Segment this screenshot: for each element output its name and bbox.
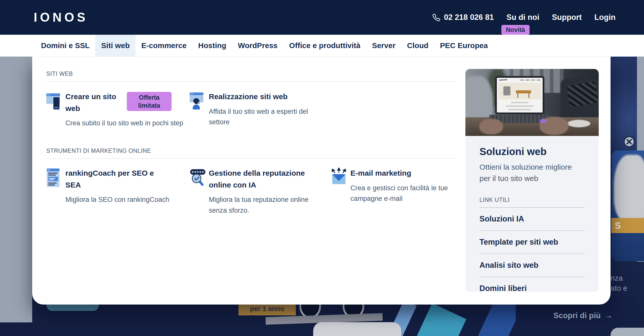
header-link-login[interactable]: Login <box>594 13 616 22</box>
menu-item-title: Gestione della reputazione online con IA <box>209 167 312 191</box>
menu-item-title: Realizzazione siti web <box>209 91 327 103</box>
menu-item-email-marketing[interactable]: E-mail marketing Crea e gestisci con fac… <box>331 167 467 216</box>
menu-item-title: Creare un sito web <box>65 91 123 114</box>
main-navigation: Domini e SSL Siti web E-commerce Hosting… <box>0 35 644 57</box>
web-design-service-icon <box>190 91 209 129</box>
email-marketing-icon <box>331 167 350 216</box>
photo-chair <box>503 86 510 95</box>
background-left-page-edge <box>0 57 32 322</box>
menu-item-title: E-mail marketing <box>350 167 466 179</box>
phone-number: 02 218 026 81 <box>444 13 494 22</box>
promo-subtitle: Ottieni la soluzione migliore per il tuo… <box>479 161 585 184</box>
background-section-corner <box>611 328 644 336</box>
siti-web-mega-menu: SITI WEB Creare un sito web Offerta limi… <box>32 57 611 305</box>
photo-site-hero <box>498 83 541 99</box>
background-clipped-line2: ato e <box>611 283 627 293</box>
menu-row-siti-web: Creare un sito web Offerta limitata Crea… <box>46 91 331 129</box>
photo-left-hand <box>479 119 503 134</box>
promo-title: Soluzioni web <box>479 146 585 157</box>
arrow-right-icon: → <box>605 311 613 320</box>
menu-item-title: rankingCoach per SEO e SEA <box>65 167 156 191</box>
background-gold-button-fragment: S <box>611 218 644 233</box>
photo-site-logo <box>499 79 507 81</box>
nav-item-cloud[interactable]: Cloud <box>401 35 434 56</box>
nav-item-pec-europea[interactable]: PEC Europea <box>434 35 494 56</box>
phone-icon <box>432 13 440 21</box>
photo-bracelet <box>540 119 546 123</box>
menu-item-description: Crea subito il tuo sito web in pochi ste… <box>65 118 186 129</box>
menu-item-rankingcoach[interactable]: rankingCoach per SEO e SEA Migliora la S… <box>46 167 190 216</box>
website-builder-icon <box>46 91 65 129</box>
background-person-shirt <box>313 322 401 336</box>
close-banner-button[interactable] <box>623 136 635 147</box>
link-soluzioni-ia[interactable]: Soluzioni IA <box>479 208 585 230</box>
menu-item-creare-un-sito-web[interactable]: Creare un sito web Offerta limitata Crea… <box>46 91 190 129</box>
section-divider <box>46 158 455 159</box>
menu-item-description: Migliora la tua reputazione online senza… <box>209 194 325 216</box>
nav-item-e-commerce[interactable]: E-commerce <box>136 35 192 56</box>
scopri-di-piu-link[interactable]: Scopri di più → <box>553 311 613 320</box>
scopri-di-piu-label: Scopri di più <box>553 311 601 320</box>
novita-badge: Novità <box>501 25 530 35</box>
menu-row-marketing: rankingCoach per SEO e SEA Migliora la S… <box>46 167 467 216</box>
background-bottom-left <box>0 322 32 336</box>
nav-item-siti-web[interactable]: Siti web <box>95 35 135 56</box>
section-label-siti-web: SITI WEB <box>46 70 73 77</box>
link-domini-liberi[interactable]: Domini liberi <box>479 277 585 292</box>
link-template-siti-web[interactable]: Template per siti web <box>479 230 585 253</box>
photo-plate <box>567 120 590 127</box>
background-clipped-text: nza ato e <box>611 273 627 293</box>
nav-item-domini-e-ssl[interactable]: Domini e SSL <box>35 35 95 56</box>
section-divider <box>46 81 455 82</box>
section-label-marketing: STRUMENTI DI MARKETING ONLINE <box>46 147 151 154</box>
close-icon <box>626 138 632 145</box>
ionos-logo[interactable]: IONOS <box>34 0 88 35</box>
background-teal-button-fragment <box>47 304 99 311</box>
menu-item-description: Crea e gestisci con facilità le tue camp… <box>350 183 466 204</box>
menu-item-description: Migliora la SEO con rankingCoach <box>65 194 206 205</box>
link-analisi-sito-web[interactable]: Analisi sito web <box>479 253 585 277</box>
background-clipped-line1: nza <box>611 273 627 283</box>
photo-desk <box>516 90 531 93</box>
nav-item-server[interactable]: Server <box>366 35 401 56</box>
soluzioni-web-promo-card: Soluzioni web Ottieni la soluzione migli… <box>465 69 599 292</box>
laptop-photo <box>465 69 599 136</box>
menu-item-gestione-reputazione[interactable]: Gestione della reputazione online con IA… <box>190 167 331 216</box>
header-link-support[interactable]: Support <box>552 13 582 22</box>
nav-item-hosting[interactable]: Hosting <box>192 35 232 56</box>
nav-item-wordpress[interactable]: WordPress <box>232 35 283 56</box>
background-offer-label: per 1 anno <box>238 305 296 313</box>
header-link-su-di-noi[interactable]: Su di noi <box>506 13 539 22</box>
useful-links-label: LINK UTILI <box>479 197 585 203</box>
photo-site-nav <box>520 80 541 81</box>
rankingcoach-icon <box>46 167 65 216</box>
menu-item-description: Affida il tuo sito web a esperti del set… <box>209 106 327 128</box>
phone-link[interactable]: 02 218 026 81 <box>432 13 494 22</box>
photo-laptop-screen <box>495 76 544 114</box>
nav-item-office[interactable]: Office e produttività <box>283 35 366 56</box>
top-header-bar: IONOS 02 218 026 81 Su di noi Support Lo… <box>0 0 644 35</box>
offer-badge: Offerta limitata <box>127 92 172 111</box>
menu-item-realizzazione-siti-web[interactable]: Realizzazione siti web Affida il tuo sit… <box>190 91 331 129</box>
background-person-photo <box>614 155 644 221</box>
